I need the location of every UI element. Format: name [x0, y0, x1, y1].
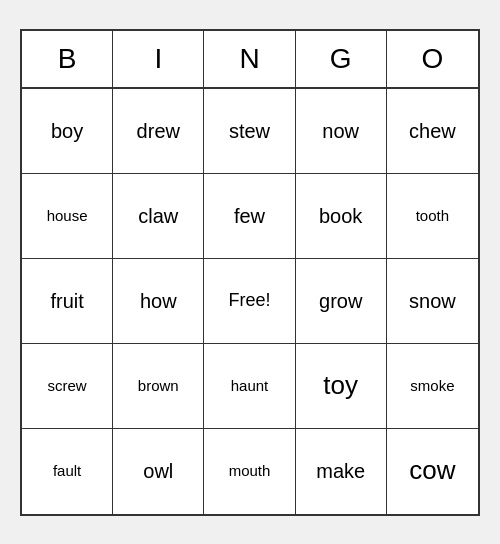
cell-text: screw [48, 377, 87, 395]
header-letter: N [204, 31, 295, 87]
bingo-cell[interactable]: make [296, 429, 387, 514]
bingo-cell[interactable]: mouth [204, 429, 295, 514]
cell-text: mouth [229, 462, 271, 480]
bingo-header: BINGO [22, 31, 478, 89]
cell-text: make [316, 459, 365, 483]
bingo-cell[interactable]: how [113, 259, 204, 344]
cell-text: Free! [228, 290, 270, 312]
cell-text: book [319, 204, 362, 228]
bingo-cell[interactable]: Free! [204, 259, 295, 344]
cell-text: cow [409, 455, 455, 486]
bingo-cell[interactable]: owl [113, 429, 204, 514]
header-letter: O [387, 31, 478, 87]
cell-text: snow [409, 289, 456, 313]
bingo-cell[interactable]: few [204, 174, 295, 259]
cell-text: boy [51, 119, 83, 143]
bingo-cell[interactable]: claw [113, 174, 204, 259]
bingo-cell[interactable]: now [296, 89, 387, 174]
cell-text: brown [138, 377, 179, 395]
bingo-cell[interactable]: brown [113, 344, 204, 429]
header-letter: I [113, 31, 204, 87]
cell-text: haunt [231, 377, 269, 395]
bingo-cell[interactable]: cow [387, 429, 478, 514]
cell-text: fault [53, 462, 81, 480]
header-letter: B [22, 31, 113, 87]
bingo-cell[interactable]: boy [22, 89, 113, 174]
cell-text: few [234, 204, 265, 228]
cell-text: claw [138, 204, 178, 228]
bingo-cell[interactable]: smoke [387, 344, 478, 429]
cell-text: stew [229, 119, 270, 143]
bingo-cell[interactable]: snow [387, 259, 478, 344]
bingo-cell[interactable]: screw [22, 344, 113, 429]
cell-text: chew [409, 119, 456, 143]
cell-text: drew [137, 119, 180, 143]
cell-text: house [47, 207, 88, 225]
header-letter: G [296, 31, 387, 87]
bingo-grid: boydrewstewnowchewhouseclawfewbooktoothf… [22, 89, 478, 514]
bingo-cell[interactable]: tooth [387, 174, 478, 259]
bingo-cell[interactable]: toy [296, 344, 387, 429]
bingo-cell[interactable]: fruit [22, 259, 113, 344]
bingo-card: BINGO boydrewstewnowchewhouseclawfewbook… [20, 29, 480, 516]
cell-text: now [322, 119, 359, 143]
cell-text: fruit [50, 289, 83, 313]
cell-text: smoke [410, 377, 454, 395]
cell-text: how [140, 289, 177, 313]
cell-text: tooth [416, 207, 449, 225]
cell-text: owl [143, 459, 173, 483]
bingo-cell[interactable]: chew [387, 89, 478, 174]
cell-text: grow [319, 289, 362, 313]
bingo-cell[interactable]: fault [22, 429, 113, 514]
bingo-cell[interactable]: drew [113, 89, 204, 174]
bingo-cell[interactable]: stew [204, 89, 295, 174]
bingo-cell[interactable]: house [22, 174, 113, 259]
bingo-cell[interactable]: book [296, 174, 387, 259]
cell-text: toy [323, 370, 358, 401]
bingo-cell[interactable]: grow [296, 259, 387, 344]
bingo-cell[interactable]: haunt [204, 344, 295, 429]
